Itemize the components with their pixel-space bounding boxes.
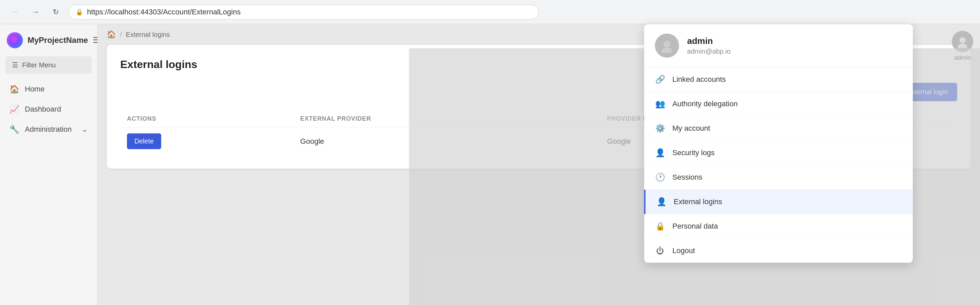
wrench-icon: 🔧 — [10, 125, 19, 134]
user-avatar-large — [655, 33, 679, 58]
dropdown-item-sessions[interactable]: 🕐 Sessions — [644, 165, 913, 190]
sidebar-item-administration-label: Administration — [25, 125, 72, 134]
avatar-label: admin — [954, 54, 970, 61]
dropdown-item-linked-accounts[interactable]: 🔗 Linked accounts — [644, 67, 913, 92]
dropdown-item-linked-accounts-label: Linked accounts — [672, 75, 726, 84]
sidebar: MyProjectName ☰ ☰ Filter Menu 🏠 Home 📈 D… — [0, 24, 97, 305]
user-info: admin admin@abp.io — [687, 36, 730, 55]
dropdown-item-my-account[interactable]: ⚙️ My account — [644, 116, 913, 141]
dropdown-item-personal-data-label: Personal data — [672, 222, 718, 231]
user-email: admin@abp.io — [687, 47, 730, 55]
dropdown-item-security-logs[interactable]: 👤 Security logs — [644, 141, 913, 165]
sidebar-header: MyProjectName ☰ — [0, 24, 97, 56]
dropdown-item-external-logins[interactable]: 👤 External logins — [644, 190, 913, 214]
svg-point-2 — [959, 37, 966, 43]
sessions-icon: 🕐 — [655, 172, 666, 182]
reload-button[interactable]: ↻ — [48, 5, 63, 19]
external-logins-icon: 👤 — [656, 197, 667, 207]
table-cell-actions: Delete — [120, 127, 294, 155]
sidebar-item-home[interactable]: 🏠 Home — [3, 79, 94, 99]
lock-icon: 🔒 — [655, 221, 666, 231]
dropdown-item-authority-delegation[interactable]: 👥 Authority delegation — [644, 92, 913, 116]
top-right-avatar[interactable]: admin — [952, 31, 973, 61]
sidebar-item-dashboard-label: Dashboard — [25, 105, 61, 114]
lock-icon: 🔒 — [76, 8, 83, 16]
dropdown-item-security-logs-label: Security logs — [672, 149, 715, 157]
app-layout: MyProjectName ☰ ☰ Filter Menu 🏠 Home 📈 D… — [0, 24, 980, 305]
col-actions: ACTIONS — [120, 111, 294, 127]
avatar-circle — [952, 31, 973, 52]
app-logo — [7, 32, 23, 48]
dropdown-item-my-account-label: My account — [672, 124, 710, 133]
home-icon: 🏠 — [10, 84, 19, 94]
dropdown-item-sessions-label: Sessions — [672, 173, 702, 182]
svg-point-0 — [663, 41, 670, 47]
user-dropdown-header: admin admin@abp.io — [644, 24, 913, 67]
logout-icon: ⏻ — [655, 246, 666, 255]
filter-icon: ☰ — [12, 61, 18, 69]
filter-menu-label: Filter Menu — [22, 61, 56, 69]
chevron-down-icon: ⌄ — [82, 125, 88, 133]
col-external-provider: EXTERNAL PROVIDER — [294, 111, 600, 127]
delete-button[interactable]: Delete — [127, 133, 161, 149]
filter-menu[interactable]: ☰ Filter Menu — [5, 56, 92, 74]
user-display-name: admin — [687, 36, 730, 46]
svg-point-3 — [958, 44, 967, 48]
browser-chrome: ← → ↻ 🔒 https://localhost:44303/Account/… — [0, 0, 980, 24]
url-text: https://localhost:44303/Account/External… — [87, 8, 531, 16]
dropdown-item-logout-label: Logout — [672, 247, 695, 255]
dropdown-item-authority-delegation-label: Authority delegation — [672, 100, 738, 108]
back-button[interactable]: ← — [8, 5, 23, 19]
dropdown-item-personal-data[interactable]: 🔒 Personal data — [644, 214, 913, 239]
delegation-icon: 👥 — [655, 99, 666, 109]
dashboard-icon: 📈 — [10, 104, 19, 114]
dropdown-item-external-logins-label: External logins — [674, 198, 722, 206]
security-icon: 👤 — [655, 148, 666, 158]
breadcrumb-separator: / — [120, 31, 122, 38]
user-dropdown: admin admin@abp.io 🔗 Linked accounts 👥 A… — [644, 24, 913, 263]
breadcrumb-current: External logins — [126, 31, 170, 38]
settings-icon: ⚙️ — [655, 124, 666, 133]
sidebar-nav: 🏠 Home 📈 Dashboard 🔧 Administration ⌄ — [0, 79, 97, 139]
sidebar-item-administration[interactable]: 🔧 Administration ⌄ — [3, 119, 94, 139]
sidebar-item-dashboard[interactable]: 📈 Dashboard — [3, 99, 94, 119]
dropdown-item-logout[interactable]: ⏻ Logout — [644, 239, 913, 263]
address-bar[interactable]: 🔒 https://localhost:44303/Account/Extern… — [68, 5, 539, 19]
forward-button[interactable]: → — [28, 5, 43, 19]
link-icon: 🔗 — [655, 75, 666, 84]
table-cell-external-provider: Google — [294, 127, 600, 155]
sidebar-item-home-label: Home — [25, 85, 45, 93]
app-name: MyProjectName — [27, 36, 88, 45]
home-breadcrumb-icon[interactable]: 🏠 — [107, 30, 116, 39]
svg-point-1 — [662, 47, 672, 53]
